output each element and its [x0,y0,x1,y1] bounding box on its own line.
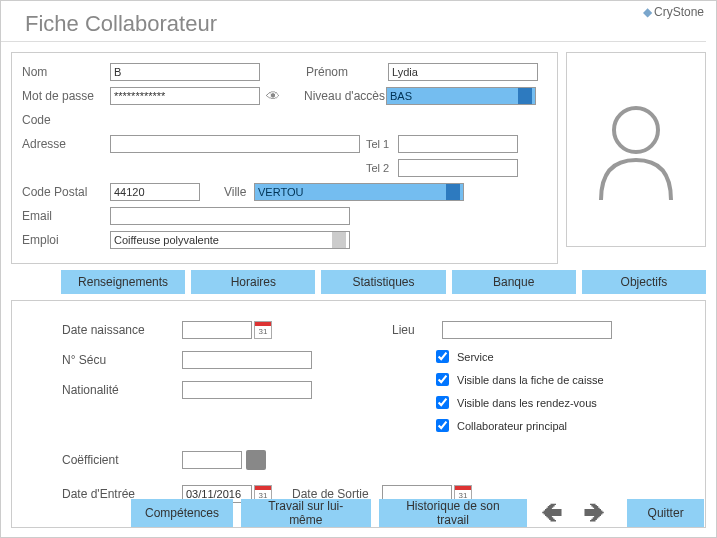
brand-label: ◆CryStone [643,5,704,19]
adresse-label: Adresse [22,137,110,151]
chevron-down-icon [446,184,460,200]
tab-objectifs[interactable]: Objectifs [582,270,706,294]
tab-statistiques[interactable]: Statistiques [321,270,445,294]
quitter-button[interactable]: Quitter [627,499,704,527]
chk-rdv[interactable]: Visible dans les rendez-vous [432,393,604,412]
brand-icon: ◆ [643,5,652,19]
prev-arrow-icon[interactable]: 🡸 [535,500,569,526]
svg-point-0 [614,108,658,152]
competences-button[interactable]: Compétences [131,499,233,527]
tabs: Renseignements Horaires Statistiques Ban… [1,264,716,294]
prenom-input[interactable] [388,63,538,81]
page-title: Fiche Collaborateur [1,1,706,42]
secu-label: N° Sécu [62,353,182,367]
historique-button[interactable]: Historique de son travail [379,499,528,527]
niveau-label: Niveau d'accès [298,89,386,103]
avatar-icon [586,95,686,205]
niveau-select[interactable]: BAS [386,87,536,105]
tel2-input[interactable] [398,159,518,177]
emploi-label: Emploi [22,233,110,247]
calculator-icon[interactable] [246,450,266,470]
form-panel: Nom Prénom Mot de passe 👁 Niveau d'accès… [11,52,558,264]
date-naissance-label: Date naissance [62,323,182,337]
nom-label: Nom [22,65,110,79]
prenom-label: Prénom [300,65,388,79]
adresse-input[interactable] [110,135,360,153]
emploi-select[interactable]: Coiffeuse polyvalente [110,231,350,249]
mdp-input[interactable] [110,87,260,105]
chevron-down-icon [332,232,346,248]
photo-panel[interactable] [566,52,706,247]
travail-button[interactable]: Travail sur lui-même [241,499,371,527]
tel1-label: Tel 1 [366,138,398,150]
coef-label: Coëfficient [62,453,182,467]
nationalite-input[interactable] [182,381,312,399]
tab-renseignements[interactable]: Renseignements [61,270,185,294]
tel2-label: Tel 2 [366,162,398,174]
ville-select[interactable]: VERTOU [254,183,464,201]
footer: Compétences Travail sur lui-même Histori… [1,499,716,527]
mdp-label: Mot de passe [22,89,110,103]
eye-icon[interactable]: 👁 [266,88,280,104]
ville-label: Ville [224,185,254,199]
next-arrow-icon[interactable]: 🡺 [577,500,611,526]
coef-input[interactable] [182,451,242,469]
secu-input[interactable] [182,351,312,369]
lieu-input[interactable] [442,321,612,339]
nationalite-label: Nationalité [62,383,182,397]
cp-input[interactable] [110,183,200,201]
app-window: ◆CryStone Fiche Collaborateur Nom Prénom… [0,0,717,538]
tab-horaires[interactable]: Horaires [191,270,315,294]
chevron-down-icon [518,88,532,104]
cp-label: Code Postal [22,185,110,199]
email-label: Email [22,209,110,223]
lieu-label: Lieu [392,323,442,337]
tab-banque[interactable]: Banque [452,270,576,294]
chk-principal[interactable]: Collaborateur principal [432,416,604,435]
nom-input[interactable] [110,63,260,81]
email-input[interactable] [110,207,350,225]
chk-caisse[interactable]: Visible dans la fiche de caisse [432,370,604,389]
tel1-input[interactable] [398,135,518,153]
code-label: Code [22,113,110,127]
chk-service[interactable]: Service [432,347,604,366]
detail-panel: Date naissance 31 Lieu N° Sécu Nationali… [11,300,706,528]
date-naissance-input[interactable] [182,321,252,339]
calendar-icon[interactable]: 31 [254,321,272,339]
